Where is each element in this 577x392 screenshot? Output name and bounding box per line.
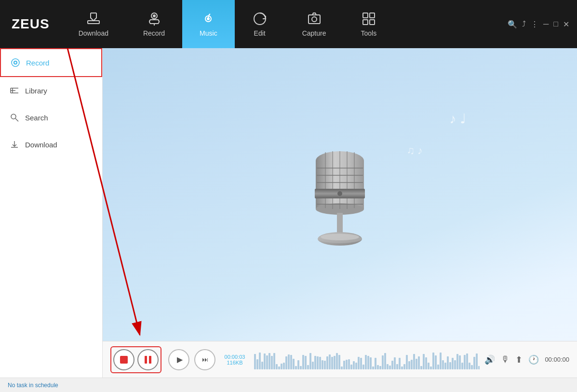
waveform-bar [314, 356, 316, 369]
waveform-bar [297, 360, 299, 369]
waveform-bar [447, 356, 449, 369]
waveform-bar [343, 361, 345, 369]
tab-tools-label: Tools [361, 29, 376, 37]
waveform-bar [259, 353, 261, 369]
status-bar: No task in schedule [0, 378, 577, 392]
download-icon [10, 140, 19, 149]
waveform-bar [261, 362, 263, 369]
waveform-bar [406, 355, 408, 369]
waveform-bar [334, 356, 335, 369]
waveform-bar [403, 364, 405, 369]
waveform-bar [476, 353, 478, 369]
tab-capture-label: Capture [302, 29, 326, 37]
sidebar-item-library[interactable]: Library [0, 77, 102, 104]
current-time: 00:00:03 [225, 354, 245, 360]
library-icon [10, 86, 19, 95]
tab-music-label: Music [200, 29, 217, 37]
waveform-bar [469, 363, 470, 369]
tab-record-label: Record [143, 29, 165, 37]
waveform-bar [266, 355, 268, 369]
waveform-bar [362, 365, 364, 369]
clock-icon[interactable]: 🕐 [528, 354, 539, 365]
waveform-bar [283, 363, 285, 369]
status-text: No task in schedule [8, 382, 58, 389]
waveform-bar [408, 361, 410, 369]
minimize-button[interactable]: ─ [543, 20, 549, 28]
skip-button[interactable]: ⏭ [194, 349, 215, 370]
waveform-bar [305, 356, 307, 369]
search-icon[interactable]: 🔍 [508, 20, 517, 29]
svg-rect-10 [363, 13, 368, 18]
play-button[interactable]: ▶ [168, 349, 189, 370]
tab-music[interactable]: Music [182, 0, 235, 48]
tab-record[interactable]: Record [126, 0, 182, 48]
waveform-bar [432, 353, 434, 369]
tab-edit-label: Edit [254, 29, 266, 37]
waveform-bar [367, 356, 369, 369]
music-note-1: ♪ ♩ [449, 111, 466, 127]
waveform-bar [413, 354, 415, 369]
waveform-bar [295, 366, 297, 369]
waveform-bar [437, 365, 439, 369]
share-icon[interactable]: ⤴ [522, 20, 526, 28]
waveform-bar [355, 363, 357, 369]
record-controls-group [110, 346, 161, 373]
svg-point-39 [337, 191, 342, 196]
waveform-bar [273, 353, 275, 369]
maximize-button[interactable]: □ [553, 20, 558, 28]
waveform-bar [350, 365, 352, 369]
waveform-bar [353, 361, 355, 369]
pause-icon [145, 356, 151, 364]
waveform-bar [372, 366, 374, 369]
svg-point-43 [321, 234, 359, 240]
sidebar-item-record[interactable]: Record [0, 48, 102, 77]
stop-button[interactable] [113, 349, 134, 370]
tab-tools[interactable]: Tools [343, 0, 394, 48]
volume-icon[interactable]: 🔊 [484, 354, 495, 365]
waveform-bar [254, 354, 256, 369]
tab-download[interactable]: Download [61, 0, 126, 48]
sidebar-item-search[interactable]: Search [0, 104, 102, 131]
waveform-bar [377, 365, 379, 369]
waveform [254, 350, 480, 369]
waveform-bar [324, 361, 326, 369]
waveform-bar [430, 366, 432, 369]
sidebar-library-label: Library [25, 87, 47, 95]
close-button[interactable]: ✕ [563, 20, 569, 29]
waveform-bar [389, 366, 391, 369]
stop-icon [120, 356, 128, 364]
waveform-bar [309, 353, 311, 369]
svg-rect-13 [370, 20, 375, 25]
pause-button[interactable] [137, 349, 159, 370]
waveform-bar [358, 357, 360, 369]
tab-download-label: Download [79, 29, 108, 37]
file-size: 116KB [227, 360, 242, 366]
nav-bar: ZEUS Download Record [0, 0, 577, 48]
menu-icon[interactable]: ⋮ [531, 20, 538, 29]
waveform-bar [331, 357, 333, 369]
waveform-bar [256, 359, 258, 369]
svg-rect-12 [363, 20, 368, 25]
waveform-bar [302, 355, 304, 369]
music-area: ♪ ♩ ♫ ♪ [103, 48, 577, 341]
waveform-bar [435, 355, 437, 369]
mic-icon[interactable]: 🎙 [501, 354, 510, 365]
waveform-bar [307, 365, 309, 369]
waveform-bar [396, 364, 398, 369]
waveform-bar [379, 366, 381, 369]
waveform-bar [425, 357, 427, 369]
sidebar-item-download[interactable]: Download [0, 131, 102, 158]
tab-edit[interactable]: Edit [235, 0, 285, 48]
tab-capture[interactable]: Capture [285, 0, 344, 48]
waveform-bar [319, 357, 321, 369]
waveform-bar [360, 358, 362, 369]
time-info: 00:00:03 116KB [220, 354, 249, 366]
search-icon [10, 113, 19, 122]
nav-tabs: Download Record Music [61, 0, 500, 48]
export-icon[interactable]: ⬆ [515, 354, 523, 365]
microphone-svg [301, 132, 378, 257]
waveform-bar [382, 355, 384, 369]
player-right-controls: 🔊 🎙 ⬆ 🕐 00:00:00 [484, 354, 569, 365]
waveform-bar [471, 365, 473, 369]
waveform-bar [411, 360, 413, 369]
